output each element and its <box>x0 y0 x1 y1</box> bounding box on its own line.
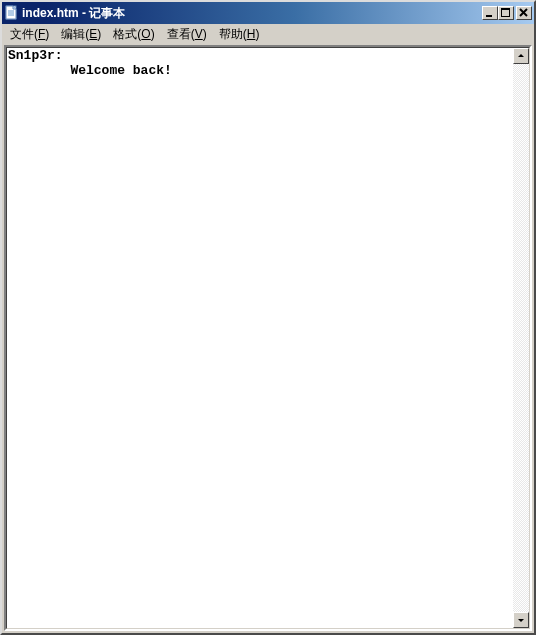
menubar: 文件(F) 编辑(E) 格式(O) 查看(V) 帮助(H) <box>2 24 534 45</box>
menu-accel: H <box>247 27 256 41</box>
menu-label: 帮助 <box>219 27 243 41</box>
minimize-button[interactable] <box>482 6 498 20</box>
menu-accel: E <box>89 27 97 41</box>
editor[interactable]: Sn1p3r: Welcome back! <box>7 48 513 628</box>
svg-rect-4 <box>486 15 492 17</box>
maximize-button[interactable] <box>498 6 514 20</box>
menu-format[interactable]: 格式(O) <box>107 25 160 44</box>
menu-accel: V <box>195 27 203 41</box>
menu-label: 格式 <box>113 27 137 41</box>
menu-label: 编辑 <box>61 27 85 41</box>
menu-file[interactable]: 文件(F) <box>4 25 55 44</box>
close-icon <box>519 8 529 18</box>
vertical-scrollbar[interactable] <box>513 48 529 628</box>
window-title: index.htm - 记事本 <box>22 5 482 22</box>
client-area: Sn1p3r: Welcome back! <box>4 45 532 631</box>
menu-label: 查看 <box>167 27 191 41</box>
titlebar[interactable]: index.htm - 记事本 <box>2 2 534 24</box>
window-controls <box>482 6 532 20</box>
chevron-down-icon <box>517 616 525 624</box>
scroll-track[interactable] <box>513 64 529 612</box>
notepad-icon <box>4 5 20 21</box>
svg-marker-10 <box>518 619 524 622</box>
svg-rect-6 <box>501 8 510 10</box>
editor-frame: Sn1p3r: Welcome back! <box>4 45 532 631</box>
menu-view[interactable]: 查看(V) <box>161 25 213 44</box>
scroll-down-button[interactable] <box>513 612 529 628</box>
window-frame: index.htm - 记事本 文件 <box>0 0 536 635</box>
menu-edit[interactable]: 编辑(E) <box>55 25 107 44</box>
menu-accel: F <box>38 27 45 41</box>
menu-label: 文件 <box>10 27 34 41</box>
editor-inner: Sn1p3r: Welcome back! <box>6 47 530 629</box>
svg-marker-9 <box>518 54 524 57</box>
close-button[interactable] <box>516 6 532 20</box>
maximize-icon <box>501 8 511 18</box>
chevron-up-icon <box>517 52 525 60</box>
scroll-up-button[interactable] <box>513 48 529 64</box>
menu-help[interactable]: 帮助(H) <box>213 25 266 44</box>
minimize-icon <box>485 8 495 18</box>
menu-accel: O <box>141 27 150 41</box>
